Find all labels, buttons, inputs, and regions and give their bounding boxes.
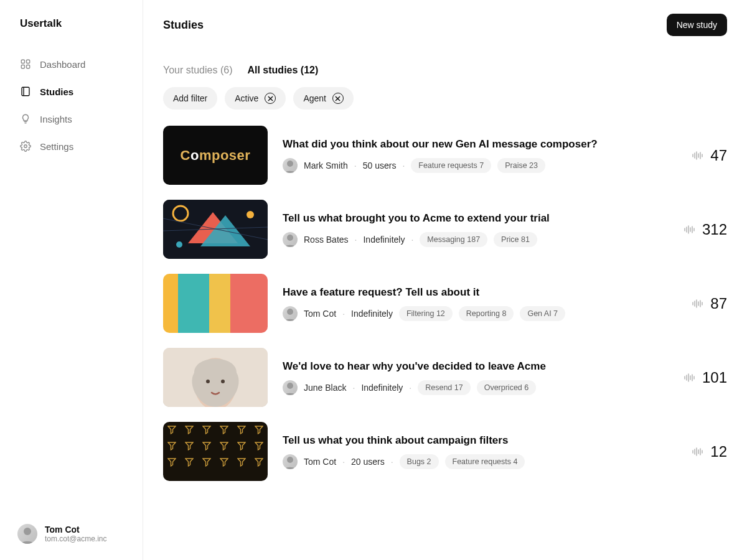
brand-logo: Usertalk: [12, 17, 130, 30]
tag-pill[interactable]: Gen AI 7: [520, 306, 565, 321]
separator-dot: ·: [391, 457, 393, 467]
tag-pill[interactable]: Bugs 2: [400, 454, 439, 469]
sidebar-item-label: Dashboard: [40, 59, 85, 70]
tag-pill[interactable]: Overpriced 6: [477, 380, 537, 395]
sidebar-item-label: Settings: [40, 141, 73, 152]
filter-chip-label: Active: [235, 93, 258, 103]
tag-pill[interactable]: Feature requests 7: [411, 158, 491, 173]
close-icon[interactable]: [265, 93, 276, 104]
svg-point-25: [287, 235, 293, 241]
insights-icon: [20, 113, 31, 124]
tab-all-studies[interactable]: All studies (12): [247, 65, 318, 76]
study-title: We'd love to hear why you've decided to …: [283, 360, 661, 373]
separator-dot: ·: [342, 309, 345, 319]
study-title: Tell us what brought you to Acme to exte…: [283, 212, 661, 225]
svg-point-6: [24, 145, 27, 148]
sidebar-item-settings[interactable]: Settings: [12, 134, 130, 158]
study-thumbnail: [163, 348, 268, 407]
response-count: 47: [710, 147, 727, 164]
avatar: [283, 306, 298, 321]
separator-dot: ·: [342, 457, 345, 467]
tag-pill[interactable]: Messaging 187: [420, 232, 487, 247]
svg-point-7: [24, 528, 31, 535]
avatar: [17, 524, 37, 544]
svg-point-43: [287, 383, 293, 389]
add-filter-button[interactable]: Add filter: [163, 87, 217, 110]
sidebar-item-dashboard[interactable]: Dashboard: [12, 52, 130, 76]
study-audience: 50 users: [363, 161, 397, 170]
sidebar-item-studies[interactable]: Studies: [12, 80, 130, 103]
tab-your-studies[interactable]: Your studies (6): [163, 65, 232, 76]
svg-point-42: [221, 380, 225, 383]
study-title: Have a feature request? Tell us about it: [283, 286, 669, 299]
avatar: [283, 454, 298, 469]
response-count: 87: [710, 295, 727, 312]
study-row[interactable]: Tell us what brought you to Acme to exte…: [163, 200, 727, 259]
tag-pill[interactable]: Feature requests 4: [445, 454, 525, 469]
svg-rect-4: [22, 87, 29, 96]
page-header: Studies New study: [143, 0, 747, 50]
svg-point-21: [247, 211, 254, 218]
studies-list: Composer What did you think about our ne…: [163, 126, 727, 481]
svg-point-50: [287, 457, 293, 463]
study-row[interactable]: Have a feature request? Tell us about it…: [163, 274, 727, 333]
response-count: 12: [710, 443, 727, 460]
responses-icon: [692, 151, 703, 161]
tag-pill[interactable]: Filtering 12: [399, 306, 453, 321]
study-thumbnail: Composer: [163, 126, 268, 185]
separator-dot: ·: [411, 235, 413, 245]
separator-dot: ·: [354, 161, 357, 170]
filter-bar: Add filter Active Agent: [163, 87, 727, 110]
study-audience: Indefinitely: [361, 383, 403, 393]
page-content: Your studies (6) All studies (12) Add fi…: [143, 50, 747, 496]
study-thumbnail: [163, 422, 268, 481]
response-count: 312: [702, 221, 727, 238]
sidebar: Usertalk Dashboard Studies: [0, 0, 143, 560]
study-author: June Black: [304, 383, 346, 393]
sidebar-nav: Dashboard Studies Insights: [12, 52, 130, 158]
study-row[interactable]: Tell us what you think about campaign fi…: [163, 422, 727, 481]
svg-point-32: [287, 309, 293, 315]
svg-point-41: [206, 380, 210, 383]
svg-rect-3: [27, 65, 30, 68]
filter-chip-active[interactable]: Active: [225, 87, 286, 110]
study-author: Mark Smith: [304, 161, 348, 170]
tag-pill[interactable]: Reporting 8: [459, 306, 514, 321]
separator-dot: ·: [409, 383, 411, 393]
study-audience: Indefinitely: [351, 309, 393, 319]
sidebar-item-insights[interactable]: Insights: [12, 107, 130, 131]
current-user-card[interactable]: Tom Cot tom.cot@acme.inc: [12, 524, 130, 548]
tag-pill[interactable]: Resend 17: [418, 380, 470, 395]
svg-rect-0: [21, 60, 24, 63]
user-name: Tom Cot: [45, 525, 107, 534]
study-author: Tom Cot: [304, 309, 336, 319]
user-email: tom.cot@acme.inc: [45, 534, 107, 543]
avatar: [283, 380, 298, 395]
tag-pill[interactable]: Price 81: [494, 232, 537, 247]
responses-icon: [684, 225, 695, 235]
svg-point-22: [176, 241, 182, 248]
responses-icon: [692, 447, 703, 457]
avatar: [283, 232, 298, 247]
svg-point-12: [287, 161, 293, 167]
study-row[interactable]: We'd love to hear why you've decided to …: [163, 348, 727, 407]
close-icon[interactable]: [332, 93, 344, 104]
page-title: Studies: [163, 19, 204, 32]
study-row[interactable]: Composer What did you think about our ne…: [163, 126, 727, 185]
response-count: 101: [702, 369, 727, 386]
sidebar-item-label: Insights: [40, 114, 72, 124]
study-thumbnail: [163, 200, 268, 259]
separator-dot: ·: [355, 235, 357, 245]
filter-chip-agent[interactable]: Agent: [293, 87, 354, 110]
svg-rect-1: [27, 60, 30, 63]
separator-dot: ·: [352, 383, 355, 393]
sidebar-item-label: Studies: [40, 86, 73, 97]
responses-icon: [692, 299, 703, 309]
main-area: Studies New study Your studies (6) All s…: [143, 0, 747, 560]
study-tabs: Your studies (6) All studies (12): [163, 65, 727, 76]
studies-icon: [20, 86, 31, 97]
study-author: Ross Bates: [304, 235, 349, 245]
new-study-button[interactable]: New study: [667, 14, 727, 36]
tag-pill[interactable]: Praise 23: [497, 158, 545, 173]
avatar: [283, 158, 298, 173]
